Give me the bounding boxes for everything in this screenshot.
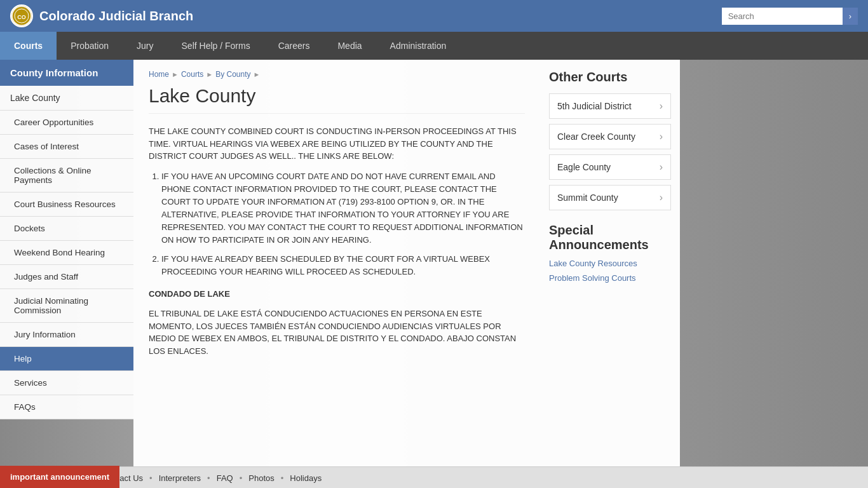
logo-area: CO Colorado Judicial Branch: [10, 4, 193, 27]
footer-interpreters[interactable]: Interpreters: [159, 473, 201, 483]
footer-dot-2: •: [149, 473, 153, 483]
sidebar-item-career-opportunities[interactable]: Career Opportunities: [0, 111, 133, 135]
court-link-label: Summit County: [557, 193, 618, 203]
sidebar-item-jury-info[interactable]: Jury Information: [0, 323, 133, 347]
condado-heading: CONDADO DE LAKE: [149, 288, 525, 301]
breadcrumb: Home ► Courts ► By County ►: [149, 70, 525, 79]
site-header: CO Colorado Judicial Branch ›: [0, 0, 868, 32]
nav-item-selfhelp[interactable]: Self Help / Forms: [168, 32, 264, 60]
main-content: Home ► Courts ► By County ► Lake County …: [133, 60, 868, 466]
svg-text:CO: CO: [17, 14, 26, 20]
nav-item-jury[interactable]: Jury: [123, 32, 167, 60]
court-link-label: Clear Creek County: [557, 132, 635, 142]
court-link-label: 5th Judicial District: [557, 101, 632, 111]
court-link-label: Eagle County: [557, 162, 611, 172]
special-announcements-title: Special Announcements: [549, 223, 671, 252]
site-title: Colorado Judicial Branch: [39, 9, 193, 24]
footer-faq[interactable]: FAQ: [217, 473, 233, 483]
search-input[interactable]: [722, 8, 843, 25]
intro-paragraph: THE LAKE COUNTY COMBINED COURT IS CONDUC…: [149, 125, 525, 163]
sidebar-item-lake-county[interactable]: Lake County: [0, 86, 133, 111]
nav-item-careers[interactable]: Careers: [264, 32, 324, 60]
announcement-problem-solving[interactable]: Problem Solving Courts: [549, 273, 671, 283]
search-button[interactable]: ›: [843, 8, 858, 25]
footer-dot-3: •: [207, 473, 210, 483]
chevron-right-icon: ›: [660, 100, 663, 112]
announcement-lake-county[interactable]: Lake County Resources: [549, 259, 671, 268]
logo-icon: CO: [10, 4, 33, 27]
nav-item-courts[interactable]: Courts: [0, 32, 57, 60]
main-nav: Courts Probation Jury Self Help / Forms …: [0, 32, 868, 60]
sidebar-item-help[interactable]: Help: [0, 347, 133, 371]
content-area: Home ► Courts ► By County ► Lake County …: [133, 60, 540, 466]
right-sidebar: Other Courts 5th Judicial District › Cle…: [540, 60, 680, 466]
breadcrumb-sep-3: ►: [254, 71, 261, 78]
page-body: County Information Lake County Career Op…: [0, 60, 868, 466]
chevron-right-icon: ›: [660, 131, 663, 142]
nav-item-administration[interactable]: Administration: [376, 32, 461, 60]
chevron-right-icon: ›: [660, 161, 663, 173]
search-bar: ›: [722, 8, 858, 25]
sidebar-item-court-business[interactable]: Court Business Resources: [0, 193, 133, 217]
content-list: IF YOU HAVE AN UPCOMING COURT DATE AND D…: [149, 170, 525, 279]
breadcrumb-by-county[interactable]: By County: [215, 70, 250, 79]
important-announcement-button[interactable]: important announcement: [0, 466, 119, 488]
condado-text: EL TRIBUNAL DE LAKE ESTÁ CONDUCIENDO ACT…: [149, 308, 525, 357]
sidebar-item-services[interactable]: Services: [0, 371, 133, 395]
court-link-summit[interactable]: Summit County ›: [549, 185, 671, 210]
list-item-1: IF YOU HAVE AN UPCOMING COURT DATE AND D…: [161, 170, 525, 247]
sidebar: County Information Lake County Career Op…: [0, 60, 133, 466]
nav-item-media[interactable]: Media: [323, 32, 376, 60]
breadcrumb-sep-1: ►: [172, 71, 179, 78]
footer-photos[interactable]: Photos: [248, 473, 274, 483]
court-link-eagle[interactable]: Eagle County ›: [549, 154, 671, 180]
page-title: Lake County: [149, 85, 525, 114]
sidebar-item-collections[interactable]: Collections & Online Payments: [0, 159, 133, 193]
footer-dot-5: •: [281, 473, 284, 483]
sidebar-item-weekend-bond[interactable]: Weekend Bond Hearing: [0, 241, 133, 265]
court-link-clear-creek[interactable]: Clear Creek County ›: [549, 124, 671, 149]
court-link-5th-judicial[interactable]: 5th Judicial District ›: [549, 93, 671, 119]
nav-item-probation[interactable]: Probation: [57, 32, 123, 60]
breadcrumb-sep-2: ►: [206, 71, 213, 78]
sidebar-header: County Information: [0, 60, 133, 86]
sidebar-item-cases-of-interest[interactable]: Cases of Interest: [0, 135, 133, 159]
sidebar-item-faqs[interactable]: FAQs: [0, 395, 133, 419]
main-text: THE LAKE COUNTY COMBINED COURT IS CONDUC…: [149, 125, 525, 357]
sidebar-item-dockets[interactable]: Dockets: [0, 217, 133, 241]
chevron-right-icon: ›: [660, 192, 663, 203]
footer-dot-4: •: [240, 473, 243, 483]
footer-holidays[interactable]: Holidays: [290, 473, 322, 483]
other-courts-title: Other Courts: [549, 70, 671, 85]
list-item-2: IF YOU HAVE ALREADY BEEN SCHEDULED BY TH…: [161, 253, 525, 278]
breadcrumb-home[interactable]: Home: [149, 70, 169, 79]
sidebar-item-judicial-nominating[interactable]: Judicial Nominating Commission: [0, 289, 133, 323]
footer-bar: Transparency Online • Contact Us • Inter…: [0, 466, 868, 488]
breadcrumb-courts[interactable]: Courts: [181, 70, 203, 79]
sidebar-item-judges[interactable]: Judges and Staff: [0, 265, 133, 289]
